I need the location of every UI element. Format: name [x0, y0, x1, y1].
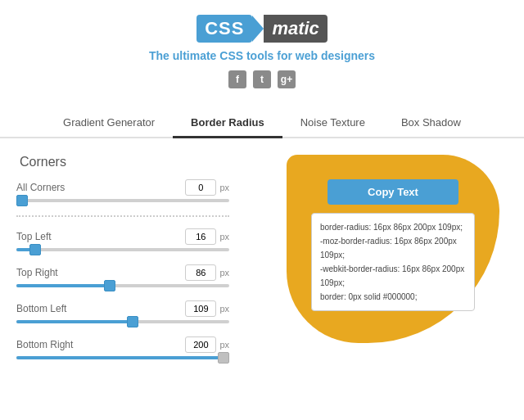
copy-text-button[interactable]: Copy Text [328, 179, 458, 205]
tagline-suffix: for web designers [273, 49, 375, 62]
left-panel: Corners All Corners px Top Left [16, 155, 229, 373]
preview-box: Copy Text border-radius: 16px 86px 200px… [287, 155, 499, 343]
bottom-left-slider-fill [16, 320, 131, 323]
logo-css: CSS [196, 15, 252, 43]
bottom-right-slider-thumb[interactable] [218, 352, 229, 364]
top-right-slider-thumb[interactable] [104, 280, 115, 291]
css-line-4: border: 0px solid #000000; [320, 290, 466, 304]
top-left-group: Top Left px [16, 228, 229, 251]
tagline: The ultimate CSS tools for web designers [0, 49, 524, 62]
css-output-box: border-radius: 16px 86px 200px 109px; -m… [311, 213, 475, 311]
top-left-slider-thumb[interactable] [29, 244, 41, 255]
all-corners-slider-track[interactable] [16, 199, 229, 202]
bottom-left-slider-thumb[interactable] [127, 316, 138, 327]
all-corners-input[interactable] [185, 179, 216, 196]
logo-arrow [252, 16, 264, 42]
bottom-right-group: Bottom Right px [16, 336, 229, 359]
page-header: CSS matic The ultimate CSS tools for web… [0, 0, 524, 108]
top-right-slider-fill [16, 284, 108, 287]
bottom-left-slider-track[interactable] [16, 320, 229, 323]
bottom-right-label: Bottom Right [16, 339, 73, 350]
social-icons: f t g+ [0, 70, 524, 88]
bottom-left-group: Bottom Left px [16, 300, 229, 323]
logo-matic: matic [264, 15, 327, 43]
top-right-unit: px [219, 268, 229, 278]
tab-border-radius[interactable]: Border Radius [173, 108, 282, 137]
twitter-icon[interactable]: t [253, 70, 271, 88]
top-left-label: Top Left [16, 231, 52, 242]
top-right-label: Top Right [16, 267, 58, 278]
divider-1 [16, 215, 229, 217]
bottom-right-slider-track[interactable] [16, 356, 229, 359]
right-panel: Copy Text border-radius: 16px 86px 200px… [246, 155, 508, 373]
tab-gradient-generator[interactable]: Gradient Generator [45, 108, 173, 137]
all-corners-group: All Corners px [16, 179, 229, 202]
all-corners-unit: px [219, 183, 229, 192]
bottom-left-input[interactable] [185, 300, 216, 317]
top-right-slider-track[interactable] [16, 284, 229, 287]
tab-box-shadow[interactable]: Box Shadow [383, 108, 479, 137]
bottom-right-input[interactable] [185, 336, 216, 353]
logo: CSS matic [196, 15, 328, 43]
tab-noise-texture[interactable]: Noise Texture [282, 108, 383, 137]
css-line-1: border-radius: 16px 86px 200px 109px; [320, 220, 466, 234]
googleplus-icon[interactable]: g+ [278, 70, 296, 88]
top-left-input[interactable] [185, 228, 216, 245]
all-corners-slider-thumb[interactable] [16, 195, 28, 206]
tagline-highlight: CSS tools [219, 49, 273, 62]
top-left-slider-track[interactable] [16, 248, 229, 251]
tagline-text: The ultimate [149, 49, 219, 62]
css-line-3: -webkit-border-radius: 16px 86px 200px 1… [320, 262, 466, 290]
corners-section-title: Corners [16, 155, 229, 169]
bottom-left-unit: px [219, 304, 229, 314]
bottom-right-unit: px [219, 340, 229, 350]
bottom-left-label: Bottom Left [16, 303, 66, 314]
top-right-input[interactable] [185, 264, 216, 281]
facebook-icon[interactable]: f [228, 70, 246, 88]
nav-bar: Gradient Generator Border Radius Noise T… [0, 108, 524, 138]
top-left-unit: px [219, 232, 229, 242]
top-right-group: Top Right px [16, 264, 229, 287]
css-line-2: -moz-border-radius: 16px 86px 200px 109p… [320, 234, 466, 262]
all-corners-label: All Corners [16, 182, 65, 193]
bottom-right-slider-fill [16, 356, 229, 359]
main-content: Corners All Corners px Top Left [0, 155, 524, 373]
